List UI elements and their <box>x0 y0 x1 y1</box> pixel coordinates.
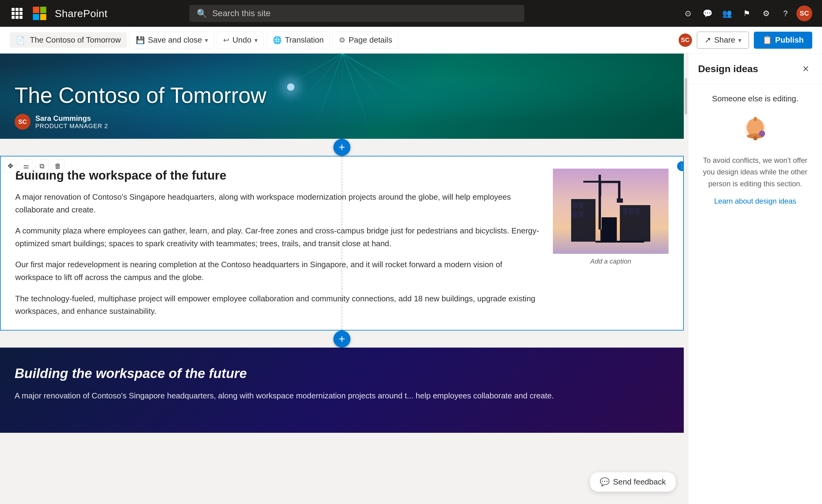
edit-icon: ⚌ <box>23 162 29 170</box>
svg-rect-18 <box>617 198 623 203</box>
save-close-button[interactable]: 💾 Save and close ▾ <box>129 32 215 49</box>
image-caption[interactable]: Add a caption <box>553 258 669 266</box>
svg-rect-11 <box>579 211 583 217</box>
user-avatar[interactable]: SC <box>796 5 812 21</box>
scroll-thumb[interactable] <box>685 78 687 114</box>
hero-section: The Contoso of Tomorrow SC Sara Cummings… <box>0 54 684 139</box>
editing-notice: Someone else is editing. <box>712 94 798 103</box>
help-circle-icon[interactable]: ⊙ <box>680 5 697 22</box>
svg-rect-13 <box>623 208 628 214</box>
content-section: Building the workspace of the future A m… <box>0 156 684 331</box>
column-divider <box>342 156 342 330</box>
page-details-button[interactable]: ⚙ Page details <box>333 32 399 49</box>
top-navigation: SharePoint 🔍 ⊙ 💬 👥 ⚑ ⚙ ? SC <box>0 0 822 27</box>
undo-chevron[interactable]: ▾ <box>255 36 258 44</box>
page-name-label: The Contoso of Tomorrow <box>30 35 121 45</box>
content-image[interactable] <box>553 168 669 254</box>
add-section-above: + <box>0 139 684 156</box>
undo-button[interactable]: ↩ Undo ▾ <box>217 32 264 49</box>
panel-title: Design ideas <box>698 63 758 75</box>
toolbar-right-group: SC ↗ Share ▾ 📋 Publish <box>679 32 812 49</box>
send-feedback-button[interactable]: 💬 Send feedback <box>590 472 676 492</box>
construction-image-svg <box>553 168 669 254</box>
design-ideas-panel: Design ideas ✕ Someone else is editing. <box>688 54 822 504</box>
svg-rect-10 <box>573 211 577 217</box>
translation-icon: 🌐 <box>273 36 282 44</box>
section-toolbar: ✥ ⚌ ⧉ 🗑 <box>4 159 64 173</box>
delete-icon: 🗑 <box>54 162 61 170</box>
add-section-button-top[interactable]: + <box>333 139 350 156</box>
paragraph-2: A community plaza where employees can ga… <box>15 224 541 250</box>
scrollbar[interactable] <box>684 54 688 504</box>
author-name: Sara Cummings <box>35 114 108 123</box>
panel-header: Design ideas ✕ <box>688 54 822 84</box>
author-role: PRODUCT MANAGER 2 <box>35 123 108 130</box>
share-button[interactable]: ↗ Share ▾ <box>697 32 749 49</box>
nav-icons: ⊙ 💬 👥 ⚑ ⚙ ? SC <box>680 5 812 22</box>
search-input[interactable] <box>212 9 517 18</box>
undo-label: Undo <box>232 35 251 45</box>
duplicate-icon: ⧉ <box>40 162 44 170</box>
author-row: SC Sara Cummings PRODUCT MANAGER 2 <box>15 114 267 130</box>
microsoft-logo <box>33 7 46 20</box>
svg-rect-14 <box>629 208 634 214</box>
app-launcher-button[interactable] <box>10 6 24 21</box>
paragraph-4: The technology-fueled, multiphase projec… <box>15 293 541 318</box>
hero-title: The Contoso of Tomorrow <box>15 83 267 108</box>
hero-content: The Contoso of Tomorrow SC Sara Cummings… <box>15 83 267 130</box>
save-close-label: Save and close <box>148 35 202 45</box>
dark-section-paragraph: A major renovation of Contoso's Singapor… <box>15 390 669 402</box>
search-bar[interactable]: 🔍 <box>189 5 524 22</box>
waffle-icon <box>12 8 23 19</box>
bell-svg <box>737 111 774 147</box>
undo-icon: ↩ <box>223 36 229 44</box>
settings-icon[interactable]: ⚙ <box>758 5 775 22</box>
panel-close-button[interactable]: ✕ <box>799 62 812 75</box>
publish-icon: 📋 <box>762 35 772 45</box>
save-icon: 💾 <box>136 36 145 44</box>
main-area: The Contoso of Tomorrow SC Sara Cummings… <box>0 54 822 504</box>
feedback-label: Send feedback <box>613 477 666 487</box>
flag-icon[interactable]: ⚑ <box>738 5 755 22</box>
section-heading: Building the workspace of the future <box>15 168 541 182</box>
image-column: Add a caption <box>553 168 669 318</box>
share-chevron[interactable]: ▾ <box>738 36 741 44</box>
people-icon[interactable]: 👥 <box>719 5 736 22</box>
chat-icon[interactable]: 💬 <box>699 5 716 22</box>
move-icon: ✥ <box>8 162 13 170</box>
svg-rect-9 <box>579 202 583 208</box>
page-editor[interactable]: The Contoso of Tomorrow SC Sara Cummings… <box>0 54 684 504</box>
add-section-button-bottom[interactable]: + <box>333 331 350 348</box>
svg-rect-2 <box>598 175 601 229</box>
author-avatar: SC <box>15 114 30 130</box>
dark-section[interactable]: Building the workspace of the future A m… <box>0 348 684 433</box>
app-name: SharePoint <box>55 8 107 19</box>
page-indicator[interactable]: 📄 The Contoso of Tomorrow <box>10 32 127 48</box>
svg-rect-15 <box>635 208 640 214</box>
delete-section-button[interactable]: 🗑 <box>51 159 64 173</box>
page-toolbar: 📄 The Contoso of Tomorrow 💾 Save and clo… <box>0 27 822 54</box>
save-close-chevron[interactable]: ▾ <box>205 36 208 44</box>
question-icon[interactable]: ? <box>777 5 794 22</box>
translation-button[interactable]: 🌐 Translation <box>267 32 330 49</box>
svg-rect-19 <box>601 217 617 241</box>
panel-description: To avoid conflicts, we won't offer you d… <box>698 155 812 189</box>
feedback-icon: 💬 <box>600 477 609 487</box>
panel-content: Someone else is editing. <box>688 84 822 504</box>
move-section-button[interactable]: ✥ <box>4 159 17 173</box>
translation-label: Translation <box>285 35 324 45</box>
page-details-label: Page details <box>349 35 392 45</box>
share-label: Share <box>714 35 735 45</box>
content-section-wrapper: ✥ ⚌ ⧉ 🗑 Building th <box>0 156 684 331</box>
author-info: Sara Cummings PRODUCT MANAGER 2 <box>35 114 108 130</box>
toolbar-left-group: 📄 The Contoso of Tomorrow 💾 Save and clo… <box>10 32 675 49</box>
learn-design-ideas-link[interactable]: Learn about design ideas <box>714 197 796 205</box>
dark-section-heading: Building the workspace of the future <box>15 366 669 381</box>
publish-button[interactable]: 📋 Publish <box>754 32 812 49</box>
svg-rect-8 <box>573 202 577 208</box>
edit-section-button[interactable]: ⚌ <box>19 159 33 173</box>
duplicate-section-button[interactable]: ⧉ <box>35 159 49 173</box>
content-options-button[interactable] <box>677 161 684 171</box>
text-column[interactable]: Building the workspace of the future A m… <box>15 168 553 318</box>
bell-illustration <box>737 111 774 147</box>
